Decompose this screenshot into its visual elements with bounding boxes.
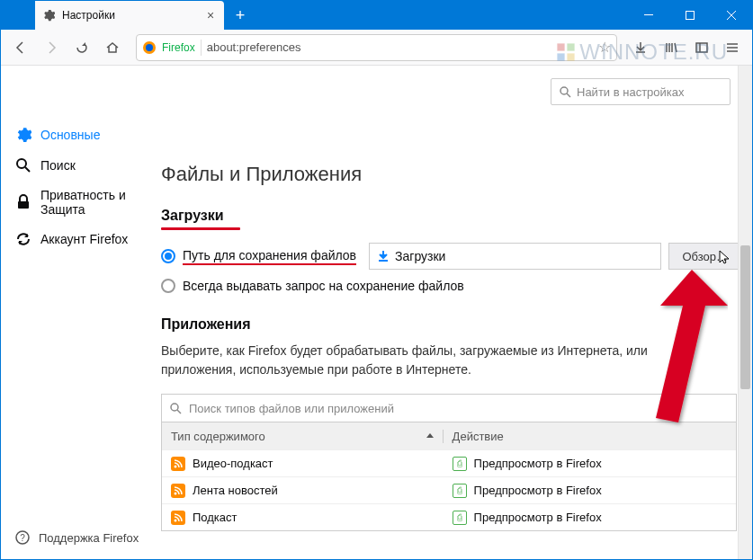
sidebar-item-search[interactable]: Поиск bbox=[1, 150, 156, 181]
download-always-ask-row: Всегда выдавать запрос на сохранение фай… bbox=[161, 279, 741, 293]
back-button[interactable] bbox=[6, 33, 35, 62]
radio-always-ask[interactable] bbox=[161, 279, 175, 293]
sidebar-item-general[interactable]: Основные bbox=[1, 120, 156, 150]
sort-asc-icon bbox=[426, 432, 434, 440]
svg-rect-17 bbox=[379, 260, 388, 262]
download-folder-field[interactable]: Загрузки bbox=[369, 243, 661, 270]
svg-point-20 bbox=[175, 465, 177, 467]
rss-icon bbox=[171, 511, 185, 525]
apps-table: Тип содержимого Действие Видео-подкаст ⎙… bbox=[161, 422, 737, 531]
download-folder-name: Загрузки bbox=[395, 249, 445, 263]
window-maximize-button[interactable] bbox=[669, 1, 711, 30]
sidebar-item-label: Основные bbox=[40, 128, 100, 142]
url-text: about:preferences bbox=[207, 40, 593, 54]
browse-button[interactable]: Обзор… bbox=[668, 243, 741, 270]
sidebar-support-link[interactable]: ? Поддержка Firefox bbox=[1, 523, 153, 552]
sidebar-item-label: Приватность и Защита bbox=[40, 188, 141, 217]
gear-icon bbox=[42, 9, 55, 22]
preferences-sidebar: Основные Поиск Приватность и Защита Акка… bbox=[1, 66, 156, 560]
support-label: Поддержка Firefox bbox=[39, 531, 139, 545]
radio-save-to[interactable] bbox=[161, 249, 175, 263]
annotation-underline bbox=[161, 227, 240, 230]
rss-icon bbox=[171, 457, 185, 471]
downloads-button[interactable] bbox=[626, 33, 655, 62]
window-minimize-button[interactable] bbox=[628, 1, 669, 30]
col-action[interactable]: Действие bbox=[444, 430, 736, 443]
browser-tab[interactable]: Настройки × bbox=[35, 1, 224, 30]
section-heading: Файлы и Приложения bbox=[161, 163, 741, 186]
scrollbar-thumb[interactable] bbox=[740, 245, 750, 389]
url-bar[interactable]: Firefox about:preferences ☆ bbox=[136, 34, 617, 61]
gear-icon bbox=[15, 127, 31, 143]
search-placeholder: Найти в настройках bbox=[577, 85, 685, 99]
svg-rect-0 bbox=[644, 14, 653, 15]
preview-icon: ⎙ bbox=[453, 484, 467, 498]
url-separator bbox=[201, 40, 202, 56]
svg-line-16 bbox=[567, 93, 570, 97]
svg-line-11 bbox=[25, 167, 30, 172]
url-identity: Firefox bbox=[162, 41, 195, 54]
preferences-main: Найти в настройках Файлы и Приложения За… bbox=[156, 66, 752, 560]
svg-point-22 bbox=[175, 519, 177, 521]
browser-toolbar: Firefox about:preferences ☆ bbox=[1, 30, 752, 66]
apps-search-placeholder: Поиск типов файлов или приложений bbox=[189, 402, 394, 415]
firefox-icon bbox=[142, 40, 157, 55]
window-close-button[interactable] bbox=[711, 1, 752, 30]
lock-icon bbox=[15, 194, 31, 210]
table-row[interactable]: Подкаст ⎙Предпросмотр в Firefox bbox=[162, 503, 736, 530]
apps-heading: Приложения bbox=[161, 316, 741, 333]
col-type[interactable]: Тип содержимого bbox=[162, 430, 444, 443]
save-to-label: Путь для сохранения файлов bbox=[183, 248, 356, 265]
sidebar-button[interactable] bbox=[687, 33, 716, 62]
downloads-heading: Загрузки bbox=[161, 208, 741, 224]
sync-icon bbox=[15, 231, 31, 247]
new-tab-button[interactable]: + bbox=[228, 3, 253, 28]
apps-search-input[interactable]: Поиск типов файлов или приложений bbox=[161, 394, 737, 422]
library-button[interactable] bbox=[657, 33, 686, 62]
tab-title: Настройки bbox=[62, 9, 197, 22]
svg-point-3 bbox=[146, 44, 153, 51]
svg-line-19 bbox=[177, 410, 181, 413]
question-icon: ? bbox=[15, 530, 30, 545]
search-icon bbox=[559, 85, 571, 98]
svg-rect-12 bbox=[18, 201, 29, 209]
svg-point-15 bbox=[560, 87, 568, 94]
preview-icon: ⎙ bbox=[453, 511, 467, 525]
forward-button[interactable] bbox=[37, 33, 66, 62]
home-button[interactable] bbox=[98, 33, 127, 62]
apps-description: Выберите, как Firefox будет обрабатывать… bbox=[161, 342, 719, 379]
svg-point-21 bbox=[175, 492, 177, 494]
table-header: Тип содержимого Действие bbox=[162, 422, 736, 449]
sidebar-item-label: Аккаунт Firefox bbox=[40, 232, 128, 246]
table-row[interactable]: Лента новостей ⎙Предпросмотр в Firefox bbox=[162, 476, 736, 503]
table-row[interactable]: Видео-подкаст ⎙Предпросмотр в Firefox bbox=[162, 449, 736, 476]
svg-point-18 bbox=[171, 404, 178, 411]
preferences-search-input[interactable]: Найти в настройках bbox=[551, 78, 731, 105]
reload-button[interactable] bbox=[67, 33, 96, 62]
sidebar-item-account[interactable]: Аккаунт Firefox bbox=[1, 224, 156, 254]
svg-rect-1 bbox=[686, 12, 695, 20]
window-titlebar: Настройки × + bbox=[1, 1, 752, 30]
sidebar-item-privacy[interactable]: Приватность и Защита bbox=[1, 181, 156, 224]
tab-close-button[interactable]: × bbox=[204, 8, 217, 22]
preview-icon: ⎙ bbox=[453, 457, 467, 471]
svg-text:?: ? bbox=[20, 533, 25, 543]
always-ask-label: Всегда выдавать запрос на сохранение фай… bbox=[183, 279, 464, 293]
vertical-scrollbar[interactable] bbox=[738, 66, 752, 560]
rss-icon bbox=[171, 484, 185, 498]
menu-button[interactable] bbox=[718, 33, 747, 62]
download-save-to-row: Путь для сохранения файлов Загрузки Обзо… bbox=[161, 243, 741, 270]
svg-point-10 bbox=[17, 159, 26, 168]
bookmark-star-icon[interactable]: ☆ bbox=[598, 39, 611, 56]
sidebar-item-label: Поиск bbox=[40, 158, 76, 173]
svg-rect-4 bbox=[696, 43, 707, 52]
search-icon bbox=[15, 157, 31, 173]
download-arrow-icon bbox=[377, 250, 390, 262]
search-icon bbox=[169, 402, 182, 414]
